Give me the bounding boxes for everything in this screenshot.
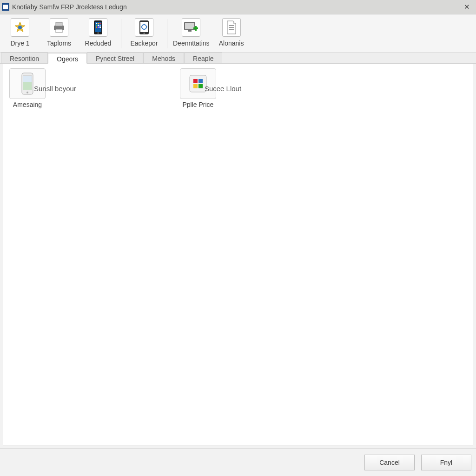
card-label: Pplle Price <box>182 101 213 108</box>
card-label: Amesaing <box>13 101 42 108</box>
svg-rect-40 <box>198 79 203 83</box>
tab-label: Resontion <box>10 55 39 62</box>
svg-rect-13 <box>96 26 97 28</box>
svg-rect-12 <box>99 25 101 26</box>
tab-label: Ogeors <box>57 55 78 63</box>
toolbar-item-alonanis[interactable]: Alonanis <box>214 16 249 52</box>
document-icon <box>222 18 241 37</box>
close-button[interactable]: ✕ <box>459 1 474 13</box>
toolbar-item-drye1[interactable]: Drye 1 <box>3 16 37 52</box>
svg-rect-27 <box>188 30 192 32</box>
smartphone-apps-icon <box>89 18 107 37</box>
svg-point-24 <box>144 33 145 34</box>
svg-rect-42 <box>198 84 203 88</box>
svg-rect-15 <box>99 26 101 28</box>
svg-rect-3 <box>56 22 62 26</box>
footer-bar: Cancel Fnyl <box>0 448 476 476</box>
toolbar-separator <box>167 19 167 48</box>
button-label: Cancel <box>379 459 400 466</box>
toolbar: Drye 1 Taploms Reduded <box>0 14 476 53</box>
toolbar-label: Deennttatins <box>173 40 210 47</box>
grid-colors-icon <box>180 68 216 99</box>
toolbar-label: Reduded <box>85 40 112 47</box>
svg-point-16 <box>98 33 99 34</box>
tab-reaple[interactable]: Reaple <box>184 53 222 63</box>
svg-rect-11 <box>98 25 99 26</box>
card-side-label: Sucee Llout <box>205 85 241 93</box>
toolbar-item-eackepor[interactable]: Eackepor <box>127 16 161 52</box>
toolbar-separator <box>121 19 121 48</box>
title-suffix: Jrcektess Ledugn <box>76 3 127 11</box>
printer-icon <box>50 18 68 37</box>
toolbar-item-deennttatins[interactable]: Deennttatins <box>173 16 210 52</box>
close-icon: ✕ <box>464 3 470 11</box>
finish-button[interactable]: Fnyl <box>421 455 471 470</box>
toolbar-label: Taploms <box>47 40 71 47</box>
tab-mehods[interactable]: Mehods <box>143 53 184 63</box>
svg-rect-38 <box>190 75 206 92</box>
tab-label: Reaple <box>193 55 213 62</box>
tablet-gear-icon <box>135 18 153 37</box>
svg-rect-10 <box>96 25 97 26</box>
toolbar-label: Drye 1 <box>10 40 29 47</box>
tab-pynect-streel[interactable]: Pynect Streel <box>87 53 143 63</box>
content-pane: Amesaing Sunsll beyour Pplle Price Sucee… <box>3 64 473 445</box>
svg-rect-8 <box>98 23 99 24</box>
card-group-amesaing: Amesaing Sunsll beyour <box>8 68 76 108</box>
svg-rect-4 <box>56 29 62 33</box>
title-bar: Knotiaby Samfw FRP Jrcektess Ledugn ✕ <box>0 0 476 14</box>
card-group-pplle-price: Pplle Price Sucee Llout <box>178 68 241 108</box>
svg-rect-7 <box>96 23 97 24</box>
toolbar-label: Alonanis <box>219 40 244 47</box>
window-title: Knotiaby Samfw FRP Jrcektess Ledugn <box>12 3 127 11</box>
tab-resontion[interactable]: Resontion <box>1 53 48 63</box>
svg-rect-36 <box>23 76 32 82</box>
title-prefix: Knotiaby <box>12 3 37 11</box>
phone-photo-icon <box>9 68 46 99</box>
button-label: Fnyl <box>440 459 452 466</box>
toolbar-label: Eackepor <box>130 40 158 47</box>
svg-rect-14 <box>98 26 99 28</box>
star-person-icon <box>11 18 29 37</box>
cancel-button[interactable]: Cancel <box>364 455 415 470</box>
svg-rect-29 <box>195 26 197 31</box>
svg-point-1 <box>18 26 22 29</box>
tab-label: Mehods <box>152 55 175 62</box>
toolbar-item-taploms[interactable]: Taploms <box>42 16 76 52</box>
svg-rect-26 <box>185 23 194 29</box>
svg-point-37 <box>26 92 28 93</box>
card-side-label: Sunsll beyour <box>34 85 76 93</box>
svg-rect-35 <box>23 82 32 90</box>
tab-bar: Resontion Ogeors Pynect Streel Mehods Re… <box>0 53 476 64</box>
svg-rect-39 <box>193 79 198 83</box>
tab-ogeors[interactable]: Ogeors <box>48 53 87 64</box>
svg-rect-41 <box>193 84 198 88</box>
tab-label: Pynect Streel <box>96 55 134 62</box>
toolbar-item-reduded[interactable]: Reduded <box>81 16 115 52</box>
app-icon <box>2 3 9 11</box>
title-middle: Samfw FRP <box>39 3 74 11</box>
monitor-plus-icon <box>182 18 200 37</box>
svg-rect-9 <box>99 23 101 24</box>
